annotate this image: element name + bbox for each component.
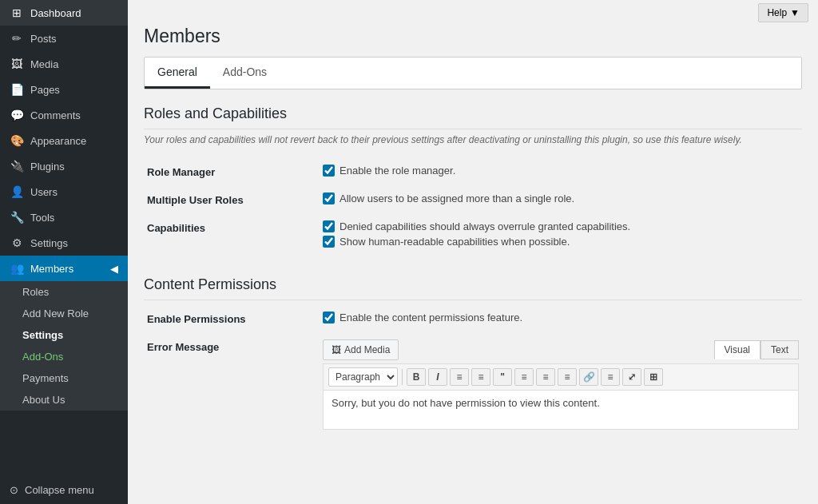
sidebar-item-label: Appearance	[30, 135, 86, 147]
settings-icon: ⚙	[10, 236, 24, 249]
members-icon: 👥	[10, 262, 24, 275]
more-button[interactable]: ≡	[601, 368, 620, 386]
checkbox-label: Show human-readable capabilities when po…	[340, 236, 570, 248]
editor-content-area[interactable]: Sorry, but you do not have permission to…	[323, 390, 799, 430]
roles-capabilities-section: Roles and Capabilities Your roles and ca…	[144, 105, 802, 257]
checkbox-multiple-user-roles[interactable]	[323, 192, 335, 204]
field-label-capabilities: Capabilities	[144, 214, 320, 257]
main-content: Help ▼ Members General Add-Ons Roles and…	[128, 0, 818, 504]
sidebar-item-media[interactable]: 🖼 Media	[0, 51, 128, 77]
field-label-enable-permissions: Enable Permissions	[144, 305, 320, 333]
sidebar-sub-item-settings[interactable]: Settings	[0, 324, 128, 346]
fullscreen-button[interactable]: ⤢	[622, 368, 641, 386]
sidebar-item-appearance[interactable]: 🎨 Appearance	[0, 128, 128, 153]
sidebar-sub-item-add-new-role[interactable]: Add New Role	[0, 303, 128, 324]
sidebar-item-label: Plugins	[30, 161, 65, 173]
tools-icon: 🔧	[10, 211, 24, 224]
tab-bar: General Add-Ons	[144, 57, 802, 89]
checkbox-row: Enable the role manager.	[323, 165, 799, 177]
ordered-list-button[interactable]: ≡	[471, 368, 490, 386]
sidebar-item-users[interactable]: 👤 Users	[0, 179, 128, 204]
sidebar-item-label: Tools	[30, 212, 54, 224]
sidebar-item-pages[interactable]: 📄 Pages	[0, 77, 128, 102]
add-media-icon: 🖼	[332, 344, 341, 355]
align-center-button[interactable]: ≡	[536, 368, 555, 386]
table-row: Enable Permissions Enable the content pe…	[144, 305, 802, 333]
sidebar-item-plugins[interactable]: 🔌 Plugins	[0, 153, 128, 179]
editor-tab-bar: Visual Text	[714, 340, 799, 359]
appearance-icon: 🎨	[10, 134, 24, 147]
content-permissions-table: Enable Permissions Enable the content pe…	[144, 305, 802, 436]
sidebar: ⊞ Dashboard ✏ Posts 🖼 Media 📄 Pages 💬 Co…	[0, 0, 128, 504]
collapse-icon: ⊙	[10, 484, 18, 496]
sidebar-item-label: Users	[30, 186, 58, 198]
field-value-enable-permissions: Enable the content permissions feature.	[320, 305, 802, 333]
checkbox-label: Enable the content permissions feature.	[340, 312, 522, 323]
tab-add-ons[interactable]: Add-Ons	[210, 58, 280, 89]
checkbox-row: Enable the content permissions feature.	[323, 312, 799, 323]
field-value-multiple-user-roles: Allow users to be assigned more than a s…	[320, 186, 802, 214]
sidebar-item-posts[interactable]: ✏ Posts	[0, 26, 128, 51]
field-value-error-message: 🖼 Add Media Visual Text Parag	[320, 333, 802, 436]
link-button[interactable]: 🔗	[579, 368, 598, 386]
roles-capabilities-title: Roles and Capabilities	[144, 105, 802, 129]
bold-button[interactable]: B	[407, 368, 426, 386]
sidebar-sub-item-payments[interactable]: Payments	[0, 367, 128, 389]
tab-general[interactable]: General	[145, 58, 210, 89]
checkbox-enable-role-manager[interactable]	[323, 165, 335, 177]
align-right-button[interactable]: ≡	[558, 368, 577, 386]
kitchen-sink-button[interactable]: ⊞	[644, 368, 663, 386]
table-row: Role Manager Enable the role manager.	[144, 158, 802, 186]
editor-toolbar: Paragraph B I ≡ ≡ " ≡ ≡ ≡	[323, 363, 799, 390]
editor-toolbar-top: 🖼 Add Media Visual Text	[323, 339, 799, 360]
comments-icon: 💬	[10, 109, 24, 121]
field-value-capabilities: Denied capabilities should always overru…	[320, 214, 802, 257]
plugins-icon: 🔌	[10, 160, 24, 173]
help-button[interactable]: Help ▼	[758, 3, 808, 22]
align-left-button[interactable]: ≡	[514, 368, 534, 386]
sidebar-item-label: Media	[30, 58, 58, 70]
sidebar-item-label: Settings	[30, 237, 68, 249]
field-label-role-manager: Role Manager	[144, 158, 320, 186]
sidebar-sub-item-about-us[interactable]: About Us	[0, 389, 128, 411]
sidebar-sub-item-roles[interactable]: Roles	[0, 281, 128, 303]
table-row: Capabilities Denied capabilities should …	[144, 214, 802, 257]
checkbox-enable-permissions[interactable]	[323, 312, 335, 323]
add-media-label: Add Media	[344, 344, 390, 355]
content-permissions-title: Content Permissions	[144, 276, 802, 300]
help-label: Help	[767, 7, 787, 18]
users-icon: 👤	[10, 185, 24, 198]
sidebar-item-label: Members	[30, 263, 73, 275]
table-row: Error Message 🖼 Add Media Visual Text	[144, 333, 802, 436]
content-permissions-section: Content Permissions Enable Permissions E…	[144, 276, 802, 436]
sidebar-item-label: Dashboard	[30, 7, 81, 19]
checkbox-label: Enable the role manager.	[340, 165, 455, 177]
collapse-menu[interactable]: ⊙ Collapse menu	[0, 476, 128, 504]
field-value-role-manager: Enable the role manager.	[320, 158, 802, 186]
checkbox-human-readable[interactable]	[323, 236, 335, 248]
paragraph-select[interactable]: Paragraph	[328, 367, 398, 387]
toolbar-divider	[402, 369, 403, 385]
dashboard-icon: ⊞	[10, 6, 24, 19]
checkbox-row: Show human-readable capabilities when po…	[323, 236, 799, 248]
page-content: Members General Add-Ons Roles and Capabi…	[128, 26, 818, 504]
unordered-list-button[interactable]: ≡	[450, 368, 469, 386]
sidebar-item-settings[interactable]: ⚙ Settings	[0, 230, 128, 256]
sidebar-item-tools[interactable]: 🔧 Tools	[0, 204, 128, 230]
sidebar-item-members[interactable]: 👥 Members ◀	[0, 256, 128, 281]
italic-button[interactable]: I	[428, 368, 447, 386]
collapse-label: Collapse menu	[25, 484, 94, 496]
sidebar-sub-item-add-ons[interactable]: Add-Ons	[0, 346, 128, 367]
sidebar-item-comments[interactable]: 💬 Comments	[0, 102, 128, 128]
checkbox-denied-capabilities[interactable]	[323, 220, 335, 232]
add-media-button[interactable]: 🖼 Add Media	[323, 339, 399, 360]
sidebar-item-dashboard[interactable]: ⊞ Dashboard	[0, 0, 128, 26]
checkbox-row: Denied capabilities should always overru…	[323, 220, 799, 232]
editor-tab-text[interactable]: Text	[760, 340, 799, 359]
media-icon: 🖼	[10, 58, 24, 70]
editor-tab-visual[interactable]: Visual	[714, 340, 760, 359]
blockquote-button[interactable]: "	[493, 368, 512, 386]
help-chevron-icon: ▼	[790, 7, 800, 18]
table-row: Multiple User Roles Allow users to be as…	[144, 186, 802, 214]
pages-icon: 📄	[10, 83, 24, 96]
